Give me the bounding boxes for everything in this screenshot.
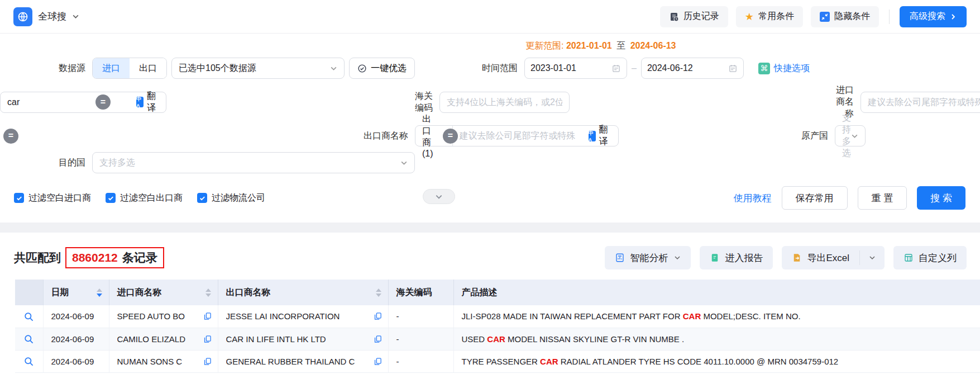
- row-importer[interactable]: NUMAN SONS C: [109, 350, 218, 372]
- destination-select[interactable]: 支持多选: [92, 152, 415, 173]
- row-hs-code: -: [388, 350, 453, 372]
- row-exporter[interactable]: GENERAL RUBBER THAILAND C: [218, 350, 388, 372]
- chevron-down-icon[interactable]: [72, 13, 79, 20]
- origin-label: 原产国: [524, 130, 835, 142]
- table-row: 2024-06-09CAMILO ELIZALDCAR IN LIFE INTL…: [15, 328, 980, 350]
- row-view-cell: [15, 328, 43, 350]
- chevron-right-icon: [950, 13, 957, 20]
- end-date-input[interactable]: [641, 58, 744, 79]
- importer-input-group: 中A 翻译: [861, 92, 980, 113]
- hs-code-label: 海关编码: [415, 91, 439, 114]
- filter-blank-exporter-checkbox[interactable]: 过滤空白出口商: [106, 192, 183, 204]
- smart-analysis-button[interactable]: 智能分析: [605, 246, 691, 269]
- row-exporter[interactable]: CAR IN LIFE INTL HK LTD: [218, 328, 388, 350]
- end-date-value[interactable]: [647, 63, 728, 73]
- origin-field: 支持多选: [835, 125, 861, 146]
- row-importer[interactable]: SPEED AUTO BO: [109, 305, 218, 328]
- copy-icon[interactable]: [203, 357, 212, 366]
- globe-logo-icon: [13, 7, 32, 26]
- row-product-desc: TYRE PASSENGER CAR RADIAL ATLANDER TYRE …: [453, 350, 980, 372]
- favorites-button[interactable]: ★ 常用条件: [736, 6, 803, 27]
- chevron-down-icon: [869, 254, 876, 261]
- table-row: 2024-06-09NUMAN SONS CGENERAL RUBBER THA…: [15, 350, 980, 372]
- hs-code-input-group: [439, 92, 570, 113]
- filter-logistics-checkbox[interactable]: 过滤物流公司: [197, 192, 265, 204]
- update-range: 更新范围: 2021-01-01 至 2024-06-13: [524, 40, 861, 52]
- calendar-icon: [611, 64, 621, 73]
- row-importer[interactable]: CAMILO ELIZALD: [109, 328, 218, 350]
- search-form: 更新范围: 2021-01-01 至 2024-06-13 数据源 进口 出口 …: [0, 34, 980, 209]
- topbar-actions: 历史记录 ★ 常用条件 隐藏条件 高级搜索: [660, 6, 967, 27]
- start-date-input[interactable]: [524, 58, 627, 79]
- excel-export-icon: [792, 253, 802, 263]
- sort-exporter[interactable]: [376, 288, 381, 297]
- data-source-select[interactable]: 已选中105个数据源: [171, 58, 345, 79]
- row-date: 2024-06-09: [43, 305, 109, 328]
- export-options-button[interactable]: [860, 246, 885, 269]
- search-button[interactable]: 搜 索: [917, 186, 965, 210]
- history-button[interactable]: 历史记录: [660, 6, 728, 27]
- data-source-field: 进口 出口 已选中105个数据源 一键优选: [92, 58, 415, 79]
- report-icon: [710, 253, 720, 263]
- results-section: 共匹配到 8860212 条记录 智能分析 进入报告 导出Excel: [0, 233, 980, 373]
- tab-import[interactable]: 进口: [93, 58, 130, 78]
- exact-match-toggle[interactable]: =: [443, 129, 458, 144]
- section-separator: [0, 223, 980, 233]
- star-icon: ★: [745, 12, 754, 22]
- app-title: 全球搜: [38, 10, 66, 23]
- reset-button[interactable]: 重 置: [858, 186, 907, 210]
- enter-report-button[interactable]: 进入报告: [700, 246, 773, 269]
- magnifier-icon[interactable]: [23, 334, 34, 344]
- checkbox-checked-icon: [106, 193, 116, 203]
- start-date-value[interactable]: [530, 63, 611, 73]
- row-view-cell: [15, 350, 43, 372]
- export-excel-button[interactable]: 导出Excel: [782, 246, 859, 269]
- topbar: 全球搜 历史记录 ★ 常用条件 隐藏条件 高级搜索: [0, 0, 980, 34]
- chevron-down-icon: [435, 193, 443, 201]
- row-date: 2024-06-09: [43, 350, 109, 372]
- columns-icon: [903, 253, 914, 263]
- exact-match-toggle[interactable]: =: [95, 94, 111, 110]
- chevron-down-icon: [330, 65, 337, 72]
- custom-columns-button[interactable]: 自定义列: [893, 246, 967, 269]
- hide-conditions-button[interactable]: 隐藏条件: [811, 6, 879, 27]
- header-search-col: [15, 280, 43, 305]
- advanced-search-button[interactable]: 高级搜索: [900, 6, 967, 27]
- magnifier-icon[interactable]: [23, 311, 34, 322]
- copy-icon[interactable]: [203, 311, 212, 321]
- copy-icon[interactable]: [203, 334, 212, 344]
- tab-export[interactable]: 出口: [130, 58, 166, 78]
- table-header-row: 日期 进口商名称 出口商名称 海关编码 产品描述: [15, 280, 980, 305]
- importer-field: 中A 翻译: [861, 92, 980, 113]
- sort-importer[interactable]: [205, 288, 211, 297]
- hs-code-input[interactable]: [440, 93, 569, 112]
- brand[interactable]: 全球搜: [13, 7, 79, 26]
- row-exporter[interactable]: JESSE LAI INCORPORATION: [218, 305, 388, 328]
- origin-select[interactable]: 支持多选: [835, 125, 866, 146]
- collapse-form-button[interactable]: [423, 189, 455, 204]
- data-source-tabs: 进口 出口: [92, 58, 167, 79]
- hs-code-field: [439, 92, 524, 113]
- quick-options-button[interactable]: ⌘ 快捷选项: [758, 63, 810, 74]
- table-row: 2024-06-09SPEED AUTO BOJESSE LAI INCORPO…: [15, 305, 980, 328]
- magnifier-icon[interactable]: [23, 356, 34, 367]
- copy-icon[interactable]: [373, 357, 383, 366]
- time-range-field: – ⌘ 快捷选项: [524, 58, 835, 79]
- exact-match-toggle[interactable]: =: [3, 129, 18, 144]
- sort-date[interactable]: [97, 288, 102, 297]
- tutorial-link[interactable]: 使用教程: [734, 192, 772, 205]
- row-product-desc: USED CAR MODEL NISSAN SKYLINE GT-R VIN N…: [453, 328, 980, 350]
- save-common-button[interactable]: 保存常用: [782, 186, 848, 210]
- copy-icon[interactable]: [373, 334, 383, 344]
- copy-icon[interactable]: [373, 311, 383, 321]
- check-circle-icon: [357, 64, 367, 73]
- filter-blank-importer-checkbox[interactable]: 过滤空白进口商: [14, 192, 91, 204]
- results-actions: 智能分析 进入报告 导出Excel 自定义列: [605, 246, 967, 269]
- destination-field: 支持多选: [92, 152, 415, 173]
- one-click-optimize-button[interactable]: 一键优选: [349, 58, 415, 79]
- results-table: 日期 进口商名称 出口商名称 海关编码 产品描述 2024-06-09SPEED…: [15, 280, 980, 373]
- importer-input[interactable]: [861, 93, 980, 112]
- match-count: 共匹配到 8860212 条记录: [14, 247, 164, 268]
- form-actions: 使用教程 保存常用 重 置 搜 索: [734, 186, 980, 210]
- export-excel-split-button: 导出Excel: [782, 246, 885, 269]
